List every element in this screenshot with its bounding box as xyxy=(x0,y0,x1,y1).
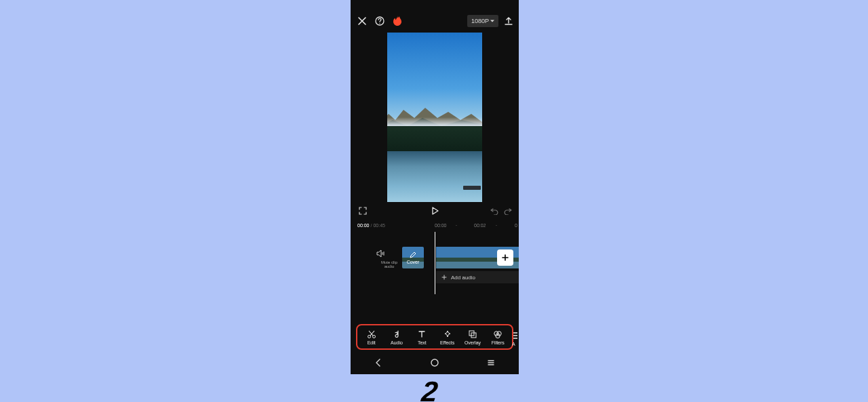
android-nav-bar xyxy=(351,355,519,370)
scissors-icon xyxy=(367,329,376,339)
speaker-mute-icon xyxy=(376,249,386,258)
nav-recent-icon[interactable] xyxy=(486,358,496,367)
play-icon[interactable] xyxy=(431,207,439,215)
bottom-toolbar-highlight: Edit Audio Text Effects Overlay Filters xyxy=(356,324,513,350)
timeline-tick: 00:00 xyxy=(435,223,447,228)
tool-overlay[interactable]: Overlay xyxy=(461,329,484,345)
help-icon[interactable] xyxy=(375,16,384,26)
top-bar: 1080P xyxy=(351,12,519,30)
tool-effects[interactable]: Effects xyxy=(436,329,459,345)
step-number: 2 xyxy=(420,376,438,402)
add-audio-label: Add audio xyxy=(451,275,475,281)
add-audio-button[interactable]: Add audio xyxy=(436,271,519,283)
pencil-icon xyxy=(410,252,416,258)
tool-label: Effects xyxy=(440,340,454,345)
tool-label: Overlay xyxy=(465,340,481,345)
tool-label: Filters xyxy=(492,340,505,345)
cover-label: Cover xyxy=(407,260,420,264)
overlay-icon xyxy=(468,329,477,339)
timeline-tick-dot: · xyxy=(496,223,497,228)
playhead[interactable] xyxy=(435,232,435,294)
sparkle-icon xyxy=(443,329,452,339)
svg-point-9 xyxy=(431,359,438,366)
tool-peek[interactable]: A xyxy=(512,327,519,350)
tool-text[interactable]: Text xyxy=(410,329,433,345)
current-time: 00:00 xyxy=(357,223,370,228)
tool-audio[interactable]: Audio xyxy=(385,329,408,345)
redo-icon[interactable] xyxy=(504,207,512,215)
tool-label: Edit xyxy=(368,340,376,345)
resolution-button[interactable]: 1080P xyxy=(467,15,498,27)
nav-home-icon[interactable] xyxy=(430,358,439,367)
video-editor-screen: 1080P xyxy=(351,0,519,374)
mute-clip-audio-button[interactable]: Mute clip audio xyxy=(376,249,402,268)
plus-icon xyxy=(441,275,447,280)
plus-icon xyxy=(501,254,509,262)
tool-filters[interactable]: Filters xyxy=(486,329,509,345)
fullscreen-icon[interactable] xyxy=(359,207,367,215)
text-icon xyxy=(417,329,427,339)
preview-controls xyxy=(351,203,519,218)
export-icon[interactable] xyxy=(504,16,513,26)
timeline[interactable]: Mute clip audio Cover Add audio xyxy=(351,229,519,294)
tool-label: Audio xyxy=(391,340,403,345)
video-preview[interactable] xyxy=(387,33,482,202)
svg-point-2 xyxy=(368,335,370,338)
tool-label: Text xyxy=(418,340,427,345)
svg-point-3 xyxy=(372,335,375,338)
close-icon[interactable] xyxy=(357,16,367,26)
time-row: 00:00 / 00:45 00:00 · 00:02 · 0 xyxy=(351,221,519,229)
cover-button[interactable]: Cover xyxy=(402,247,424,268)
filters-icon xyxy=(493,329,502,339)
partial-icon xyxy=(512,331,517,340)
svg-point-1 xyxy=(379,23,380,24)
chevron-down-icon xyxy=(490,19,494,23)
tool-edit[interactable]: Edit xyxy=(360,329,383,345)
undo-icon[interactable] xyxy=(490,207,498,215)
duration-time: / 00:45 xyxy=(371,223,385,228)
add-clip-button[interactable] xyxy=(497,249,513,266)
mute-label: Mute clip audio xyxy=(376,260,402,268)
nav-back-icon[interactable] xyxy=(374,358,383,367)
tool-label: A xyxy=(512,342,515,346)
resolution-label: 1080P xyxy=(471,18,489,24)
flame-icon[interactable] xyxy=(393,16,402,26)
timeline-tick-dot: · xyxy=(456,223,457,228)
music-note-icon xyxy=(392,329,401,339)
timeline-tick: 00:02 xyxy=(474,223,486,228)
preview-area xyxy=(351,33,519,202)
timeline-tick-partial: 0 xyxy=(515,223,517,228)
